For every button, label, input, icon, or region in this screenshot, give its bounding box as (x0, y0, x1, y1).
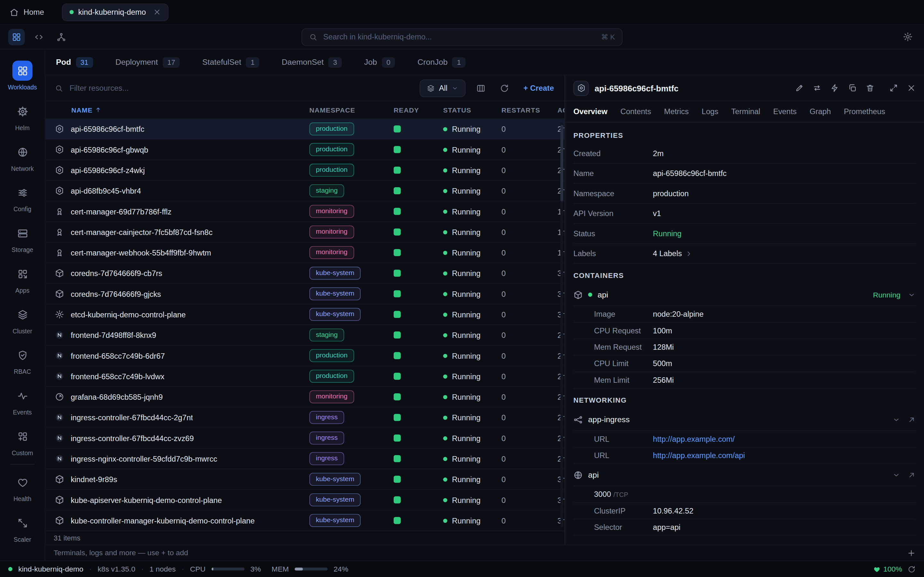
sidebar-item-events[interactable]: Events (0, 380, 45, 421)
detail-tab-overview[interactable]: Overview (573, 107, 607, 116)
tab-daemonset[interactable]: DaemonSet3 (282, 57, 342, 67)
search-icon (309, 33, 317, 41)
table-row[interactable]: coredns-7d764666f9-cb7rskube-systemRunni… (45, 263, 564, 284)
chevron-down-icon[interactable] (908, 290, 916, 299)
chevron-down-icon[interactable] (892, 471, 901, 479)
table-row[interactable]: kube-controller-manager-kuberniq-demo-co… (45, 510, 564, 530)
column-header-ready[interactable]: READY (394, 106, 443, 113)
tab-job[interactable]: Job0 (364, 57, 395, 67)
sidebar-item-helm[interactable]: Helm (0, 96, 45, 137)
table-row[interactable]: frontend-7d498ff8f-8knx9stagingRunning02… (45, 325, 564, 346)
port-forward-icon[interactable] (813, 84, 822, 93)
service-row[interactable]: api (573, 464, 916, 486)
ready-indicator (394, 125, 401, 132)
ready-indicator (394, 332, 401, 338)
table-row[interactable]: api-d68fb9c45-vhbr4stagingRunning02m (45, 181, 564, 201)
sidebar-item-health[interactable]: Health (0, 467, 45, 508)
url-link[interactable]: http://app.example.com/ (653, 435, 735, 444)
sidebar-item-custom[interactable]: Custom (0, 421, 45, 462)
table-row[interactable]: ingress-controller-67fbcd44cc-2g7ntingre… (45, 408, 564, 428)
tab-deployment[interactable]: Deployment17 (115, 57, 180, 67)
table-row[interactable]: coredns-7d764666f9-gjckskube-systemRunni… (45, 284, 564, 304)
statusbar-cluster[interactable]: kind-kuberniq-demo (18, 565, 83, 573)
table-row[interactable]: ingress-nginx-controller-59cfdd7c9b-mwrc… (45, 449, 564, 469)
detail-tab-graph[interactable]: Graph (809, 107, 830, 116)
table-row[interactable]: cert-manager-webhook-55b4ff9fbf-9hwtmmon… (45, 243, 564, 263)
dashboard-view-button[interactable] (8, 29, 25, 45)
status-text: Running (452, 227, 481, 237)
sidebar-item-apps[interactable]: Apps (0, 258, 45, 299)
scrollbar-thumb[interactable] (561, 125, 564, 201)
namespace-badge: production (309, 370, 354, 382)
sidebar-item-cluster[interactable]: Cluster (0, 299, 45, 340)
column-header-namespace[interactable]: NAMESPACE (309, 106, 394, 113)
create-button[interactable]: + Create (520, 84, 557, 93)
ingress-row[interactable]: app-ingress (573, 409, 916, 431)
url-link[interactable]: http://app.example.com/api (653, 451, 745, 460)
table-row[interactable]: frontend-658cc7c49b-lvdwxproductionRunni… (45, 366, 564, 387)
container-row[interactable]: api Running (573, 284, 916, 306)
table-row[interactable]: ingress-controller-67fbcd44cc-zvz69ingre… (45, 428, 564, 448)
detail-tab-events[interactable]: Events (773, 107, 796, 116)
table-row[interactable]: etcd-kuberniq-demo-control-planekube-sys… (45, 305, 564, 325)
external-link-icon[interactable] (908, 416, 916, 424)
table-row[interactable]: cert-manager-cainjector-7fc5bf87cd-fsn8c… (45, 222, 564, 242)
detail-tab-terminal[interactable]: Terminal (731, 107, 760, 116)
detail-tab-prometheus[interactable]: Prometheus (844, 107, 885, 116)
detail-tab-metrics[interactable]: Metrics (664, 107, 689, 116)
sidebar-item-rbac[interactable]: RBAC (0, 340, 45, 380)
table-row[interactable]: kube-apiserver-kuberniq-demo-control-pla… (45, 490, 564, 510)
tab-cronjob[interactable]: CronJob1 (417, 57, 465, 67)
expand-icon[interactable] (889, 84, 898, 93)
namespace-filter-button[interactable]: All (420, 79, 466, 97)
filter-input[interactable] (68, 83, 412, 93)
add-terminal-icon[interactable] (907, 548, 916, 558)
external-link-icon[interactable] (908, 471, 916, 479)
sidebar-item-config[interactable]: Config (0, 177, 45, 218)
property-row: StatusRunning (573, 224, 916, 243)
service-port-row: 3000 /TCP (573, 486, 916, 503)
sidebar-item-workloads[interactable]: Workloads (0, 55, 45, 96)
copy-icon[interactable] (848, 84, 857, 93)
tab-statefulset[interactable]: StatefulSet1 (202, 57, 259, 67)
exec-icon[interactable] (830, 84, 839, 93)
graph-view-button[interactable] (53, 29, 69, 45)
table-row[interactable]: api-65986c96cf-gbwqbproductionRunning02m (45, 139, 564, 160)
column-header-status[interactable]: STATUS (443, 106, 501, 113)
columns-button[interactable] (473, 80, 489, 96)
detail-tab-logs[interactable]: Logs (702, 107, 718, 116)
table-row[interactable]: frontend-658cc7c49b-6dr67productionRunni… (45, 346, 564, 366)
sidebar-item-scaler[interactable]: Scaler (0, 508, 45, 548)
column-header-age[interactable]: AGE (557, 106, 565, 113)
home-button[interactable]: Home (9, 7, 44, 17)
table-row[interactable]: cert-manager-69d77b786f-fflzmonitoringRu… (45, 201, 564, 222)
refresh-button[interactable] (496, 80, 513, 96)
yaml-view-button[interactable] (31, 29, 47, 45)
table-row[interactable]: grafana-68d69cb585-jqnh9monitoringRunnin… (45, 387, 564, 408)
filter-search[interactable] (52, 83, 412, 93)
global-search-input[interactable] (322, 32, 596, 42)
settings-button[interactable] (899, 29, 916, 45)
sidebar-item-storage[interactable]: Storage (0, 218, 45, 259)
close-tab-icon[interactable] (153, 8, 161, 16)
pod-icon (55, 124, 64, 134)
table-row[interactable]: api-65986c96cf-z4wkjproductionRunning02m (45, 160, 564, 181)
sync-icon[interactable] (908, 565, 916, 573)
sidebar-item-network[interactable]: Network (0, 137, 45, 177)
cube-icon (55, 269, 64, 278)
tab-pod[interactable]: Pod31 (56, 57, 93, 67)
column-header-name[interactable]: NAME (55, 106, 309, 113)
detail-tab-contents[interactable]: Contents (620, 107, 651, 116)
edit-icon[interactable] (795, 84, 804, 93)
column-header-restarts[interactable]: RESTARTS (501, 106, 557, 113)
status-dot (443, 168, 447, 172)
table-row[interactable]: kindnet-9r89skube-systemRunning03m (45, 469, 564, 490)
table-row[interactable]: api-65986c96cf-bmtfcproductionRunning02m (45, 119, 564, 139)
cluster-tab[interactable]: kind-kuberniq-demo (61, 3, 168, 21)
labels-value[interactable]: 4 Labels (653, 249, 693, 258)
delete-icon[interactable] (866, 84, 875, 93)
global-search[interactable]: ⌘ K (301, 28, 622, 45)
chevron-down-icon[interactable] (892, 416, 901, 424)
close-icon[interactable] (907, 84, 916, 93)
status-dot (443, 354, 447, 358)
